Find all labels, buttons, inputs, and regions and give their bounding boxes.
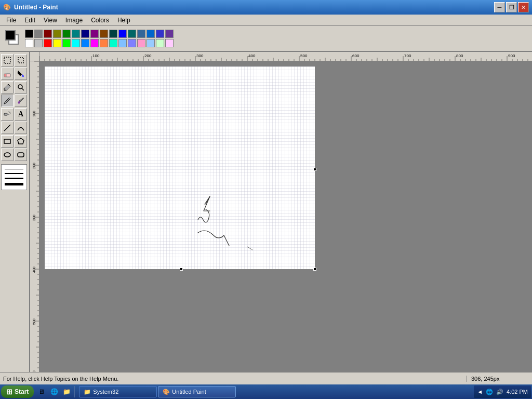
menu-colors[interactable]: Colors	[87, 16, 113, 25]
show-desktop-button[interactable]: 🖥	[36, 386, 47, 397]
svg-text:500: 500	[32, 318, 36, 325]
tools-row-4	[1, 95, 28, 107]
quick-launch-bar: 🖥 🌐 📁	[36, 386, 75, 397]
menu-view[interactable]: View	[39, 16, 61, 25]
text-tool[interactable]: A	[15, 108, 27, 121]
color-violet[interactable]	[165, 30, 174, 38]
ellipse-tool[interactable]	[1, 149, 14, 161]
color-periwinkle[interactable]	[128, 39, 136, 47]
color-white[interactable]	[25, 39, 33, 47]
tools-row-5: A	[1, 108, 28, 121]
tray-network-icon[interactable]: 🌐	[486, 389, 493, 395]
paint-canvas[interactable]	[45, 66, 315, 269]
svg-line-5	[22, 88, 24, 90]
menu-help[interactable]: Help	[113, 16, 135, 25]
status-coords: 306, 245px	[467, 376, 529, 382]
color-dark-red[interactable]	[44, 30, 52, 38]
polygon-tool[interactable]	[15, 135, 27, 148]
color-pink[interactable]	[137, 39, 145, 47]
minimize-button[interactable]: ─	[494, 2, 505, 12]
tray-hidden-icon[interactable]: ◄	[477, 389, 483, 395]
color-lime[interactable]	[62, 39, 71, 47]
color-light-blue[interactable]	[118, 39, 127, 47]
svg-text:100: 100	[92, 54, 100, 58]
svg-text:200: 200	[144, 54, 152, 58]
pick-color-tool[interactable]	[1, 81, 14, 94]
size-2[interactable]	[5, 173, 23, 174]
color-gray[interactable]	[34, 30, 43, 38]
color-mint[interactable]	[109, 39, 117, 47]
tray-volume-icon[interactable]: 🔊	[496, 389, 503, 395]
svg-line-12	[4, 125, 10, 131]
color-magenta[interactable]	[90, 39, 99, 47]
color-black[interactable]	[25, 30, 33, 38]
color-navy[interactable]	[81, 30, 89, 38]
ruler-top: // Will be drawn by JS 10020030040050060…	[39, 52, 532, 61]
ie-button[interactable]: 🌐	[48, 386, 60, 397]
curve-tool[interactable]	[15, 122, 27, 134]
menu-bar: File Edit View Image Colors Help	[0, 15, 532, 26]
size-1[interactable]	[5, 169, 23, 169]
canvas-handle-se[interactable]	[313, 268, 316, 271]
color-purple[interactable]	[90, 30, 99, 38]
taskbar-task-explorer[interactable]: 📁 System32	[79, 386, 157, 397]
color-dark-cyan[interactable]	[128, 30, 136, 38]
pencil-tool[interactable]	[1, 95, 14, 107]
svg-point-10	[8, 111, 9, 112]
svg-line-199	[247, 247, 252, 250]
fill-tool[interactable]	[15, 68, 27, 80]
explorer-button[interactable]: 📁	[61, 386, 72, 397]
foreground-color[interactable]	[5, 30, 16, 41]
menu-image[interactable]: Image	[61, 16, 87, 25]
tools-row-7	[1, 135, 28, 148]
color-yellow[interactable]	[53, 39, 61, 47]
select-rect-tool[interactable]	[1, 54, 14, 66]
color-palette	[25, 30, 174, 47]
select-free-tool[interactable]	[15, 54, 27, 66]
taskbar-task-paint[interactable]: 🎨 Untitled Paint	[158, 386, 236, 397]
color-orange[interactable]	[100, 39, 108, 47]
color-brown[interactable]	[100, 30, 108, 38]
rounded-rect-tool[interactable]	[15, 149, 27, 161]
color-lavender-blush[interactable]	[165, 39, 174, 47]
airbrush-tool[interactable]	[1, 108, 14, 121]
size-3[interactable]	[5, 178, 23, 179]
brush-tool[interactable]	[15, 95, 27, 107]
color-royal-blue[interactable]	[147, 30, 155, 38]
canvas-scroll-area[interactable]	[39, 61, 532, 372]
line-tool[interactable]	[1, 122, 14, 134]
ruler-top-svg: // Will be drawn by JS 10020030040050060…	[39, 52, 532, 61]
start-button[interactable]: ⊞ Start	[1, 385, 34, 398]
color-honeydew[interactable]	[156, 39, 164, 47]
canvas-handle-s[interactable]	[180, 268, 183, 271]
tray-time[interactable]: 4:02 PM	[507, 389, 528, 395]
color-aqua[interactable]	[72, 39, 80, 47]
color-sky-blue[interactable]	[81, 39, 89, 47]
color-silver[interactable]	[34, 39, 43, 47]
color-olive[interactable]	[53, 30, 61, 38]
magnify-tool[interactable]	[15, 81, 27, 94]
svg-text:900: 900	[508, 54, 515, 58]
color-section	[2, 28, 23, 49]
color-red[interactable]	[44, 39, 52, 47]
color-blue[interactable]	[118, 30, 127, 38]
color-green[interactable]	[62, 30, 71, 38]
color-teal[interactable]	[72, 30, 80, 38]
menu-edit[interactable]: Edit	[20, 16, 39, 25]
color-steel-blue[interactable]	[137, 30, 145, 38]
size-4[interactable]	[5, 183, 23, 185]
canvas-container[interactable]: // Will be drawn by JS 10020030040050060…	[30, 52, 532, 372]
ruler-corner	[30, 52, 39, 61]
tools-row-3	[1, 81, 28, 94]
color-powder-blue[interactable]	[147, 39, 155, 47]
taskbar-task-paint-icon: 🎨	[163, 389, 170, 395]
rectangle-tool[interactable]	[1, 135, 14, 148]
menu-file[interactable]: File	[2, 16, 20, 25]
close-button[interactable]: ✕	[518, 2, 529, 12]
paint-canvas-container[interactable]	[45, 66, 315, 269]
restore-button[interactable]: ❐	[506, 2, 517, 12]
eraser-tool[interactable]	[1, 68, 14, 80]
color-indigo[interactable]	[156, 30, 164, 38]
canvas-handle-e[interactable]	[313, 168, 316, 171]
color-dark-teal[interactable]	[109, 30, 117, 38]
